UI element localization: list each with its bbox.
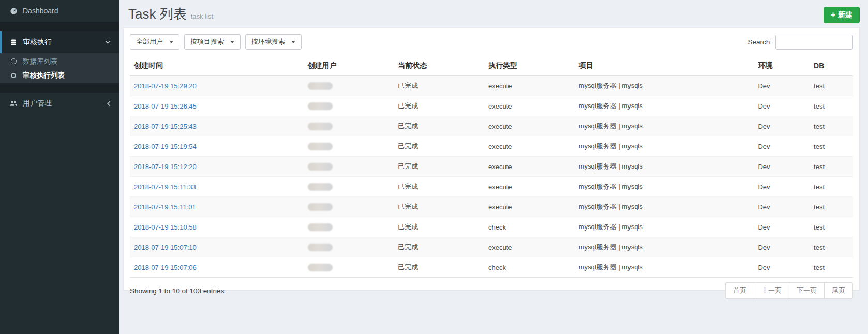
prev-page-button[interactable]: 上一页 (754, 282, 789, 299)
column-header-4[interactable]: 项目 (575, 57, 754, 76)
filter-user-dropdown[interactable]: 全部用户 (130, 34, 179, 50)
task-detail-link[interactable]: 2018-07-19 15:12:20 (134, 163, 197, 171)
task-detail-link[interactable]: 2018-07-19 15:19:54 (134, 143, 197, 150)
cell-create-time: 2018-07-19 15:29:20 (130, 76, 304, 96)
cell-project: mysql服务器 | mysqls (575, 157, 754, 177)
table-row: 2018-07-19 15:19:54已完成executemysql服务器 | … (130, 136, 853, 157)
column-header-2[interactable]: 当前状态 (394, 57, 484, 76)
new-task-button-label: 新建 (838, 10, 852, 20)
redacted-username (308, 244, 333, 251)
cell-db: test (810, 157, 853, 177)
filter-env-dropdown[interactable]: 按环境搜索 (245, 34, 302, 50)
filter-project-dropdown[interactable]: 按项目搜索 (184, 34, 241, 50)
sidebar-item-label: 用户管理 (23, 99, 52, 108)
circle-icon (8, 73, 19, 78)
task-list-panel: 全部用户 按项目搜索 按环境搜索 Search: 创建时间创建用户 (123, 27, 860, 290)
search-input[interactable] (775, 35, 853, 50)
chevron-down-icon (105, 40, 111, 44)
task-detail-link[interactable]: 2018-07-19 15:11:01 (134, 203, 196, 211)
toolbar: 全部用户 按项目搜索 按环境搜索 Search: (130, 34, 853, 50)
first-page-button[interactable]: 首页 (725, 282, 754, 299)
sidebar-item-user-mgmt[interactable]: 用户管理 (0, 93, 119, 114)
cell-create-time: 2018-07-19 15:11:33 (130, 177, 304, 197)
cell-exec-type: execute (484, 116, 575, 136)
cell-db: test (810, 136, 853, 157)
sidebar-item-dashboard[interactable]: Dashboard (0, 0, 119, 22)
audit-submenu: 数据库列表 审核执行列表 (0, 53, 119, 83)
column-header-6[interactable]: DB (810, 57, 853, 76)
redacted-username (308, 264, 333, 271)
cell-status: 已完成 (394, 237, 484, 257)
new-task-button[interactable]: + 新建 (824, 7, 860, 23)
cell-env: Dev (754, 76, 810, 96)
cell-env: Dev (754, 217, 810, 237)
cell-env: Dev (754, 197, 810, 217)
table-row: 2018-07-19 15:07:06已完成checkmysql服务器 | my… (130, 257, 853, 278)
page-title: Task 列表 (128, 5, 187, 23)
column-header-5[interactable]: 环境 (754, 57, 810, 76)
task-detail-link[interactable]: 2018-07-19 15:10:58 (134, 223, 197, 231)
cell-create-user (304, 76, 394, 96)
cell-db: test (810, 177, 853, 197)
table-row: 2018-07-19 15:11:33已完成executemysql服务器 | … (130, 177, 853, 197)
cell-db: test (810, 237, 853, 257)
cell-env: Dev (754, 157, 810, 177)
sidebar-item-audit-exec-list[interactable]: 审核执行列表 (0, 68, 119, 82)
pagination: 首页上一页下一页尾页 (725, 282, 853, 299)
cell-create-time: 2018-07-19 15:10:58 (130, 217, 304, 237)
cell-create-time: 2018-07-19 15:07:06 (130, 257, 304, 278)
cell-exec-type: execute (484, 76, 575, 96)
cell-project: mysql服务器 | mysqls (575, 237, 754, 257)
cell-create-time: 2018-07-19 15:07:10 (130, 237, 304, 257)
cell-create-user (304, 136, 394, 157)
cell-project: mysql服务器 | mysqls (575, 257, 754, 278)
cell-status: 已完成 (394, 116, 484, 136)
sidebar-divider (0, 22, 119, 31)
filter-user-label: 全部用户 (136, 37, 163, 47)
cell-exec-type: execute (484, 177, 575, 197)
cell-db: test (810, 257, 853, 278)
task-detail-link[interactable]: 2018-07-19 15:26:45 (134, 102, 197, 110)
cell-exec-type: execute (484, 96, 575, 116)
content-header: Task 列表 task list + 新建 (119, 0, 868, 27)
cell-create-user (304, 197, 394, 217)
filter-project-label: 按项目搜索 (190, 37, 224, 47)
cell-create-user (304, 177, 394, 197)
sidebar-divider (0, 83, 119, 93)
redacted-username (308, 223, 333, 231)
next-page-button[interactable]: 下一页 (789, 282, 825, 299)
redacted-username (308, 203, 333, 211)
main-content: Task 列表 task list + 新建 全部用户 按项目搜索 按环境搜索 … (119, 0, 868, 334)
page-subtitle: task list (191, 12, 213, 20)
task-detail-link[interactable]: 2018-07-19 15:29:20 (134, 82, 197, 90)
cell-status: 已完成 (394, 136, 484, 157)
task-detail-link[interactable]: 2018-07-19 15:11:33 (134, 183, 196, 191)
table-row: 2018-07-19 15:10:58已完成checkmysql服务器 | my… (130, 217, 853, 237)
column-header-1[interactable]: 创建用户 (304, 57, 394, 76)
entries-info: Showing 1 to 10 of 103 entries (130, 287, 224, 295)
cell-env: Dev (754, 177, 810, 197)
cell-status: 已完成 (394, 76, 484, 96)
cell-db: test (810, 197, 853, 217)
task-detail-link[interactable]: 2018-07-19 15:25:43 (134, 123, 197, 130)
redacted-username (308, 163, 333, 171)
cell-create-user (304, 157, 394, 177)
sidebar-item-database-list[interactable]: 数据库列表 (0, 54, 119, 68)
task-detail-link[interactable]: 2018-07-19 15:07:10 (134, 244, 197, 251)
cell-db: test (810, 96, 853, 116)
cell-project: mysql服务器 | mysqls (575, 197, 754, 217)
sidebar-item-audit-exec[interactable]: 审核执行 (0, 31, 119, 53)
cell-db: test (810, 217, 853, 237)
circle-icon (8, 58, 19, 64)
last-page-button[interactable]: 尾页 (824, 282, 853, 299)
column-header-3[interactable]: 执行类型 (484, 57, 575, 76)
cell-project: mysql服务器 | mysqls (575, 76, 754, 96)
redacted-username (308, 183, 333, 191)
sidebar-item-label: Dashboard (23, 7, 58, 15)
task-detail-link[interactable]: 2018-07-19 15:07:06 (134, 264, 197, 271)
cell-create-user (304, 217, 394, 237)
cell-env: Dev (754, 116, 810, 136)
redacted-username (308, 82, 333, 90)
column-header-0[interactable]: 创建时间 (130, 57, 304, 76)
cell-exec-type: execute (484, 136, 575, 157)
